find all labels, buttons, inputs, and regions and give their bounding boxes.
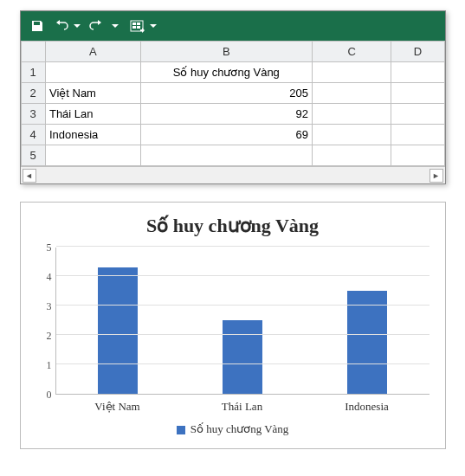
chart-y-axis: 012345 [36, 248, 55, 395]
redo-icon[interactable] [85, 15, 107, 37]
cell[interactable] [391, 104, 444, 125]
excel-window: A B C D 1 Số huy chương Vàng 2 Việt Nam … [20, 10, 446, 184]
cell[interactable]: 205 [140, 83, 312, 104]
cell[interactable]: Việt Nam [45, 83, 140, 104]
legend-label: Số huy chương Vàng [191, 422, 289, 435]
quick-access-toolbar [21, 11, 445, 41]
cell[interactable]: Số huy chương Vàng [140, 62, 312, 83]
chart-y-tick: 0 [47, 389, 52, 402]
table-row: 2 Việt Nam 205 [21, 83, 444, 104]
chart-y-tick: 3 [47, 300, 52, 313]
legend-swatch-icon [177, 426, 185, 434]
cell[interactable] [391, 145, 444, 166]
col-header[interactable]: A [45, 42, 140, 62]
chart-gridline [56, 363, 429, 364]
touch-mode-icon[interactable] [126, 15, 149, 37]
chart-gridline [56, 246, 429, 247]
select-all-corner[interactable] [21, 42, 45, 62]
chart-legend: Số huy chương Vàng [36, 422, 429, 436]
scroll-right-icon[interactable]: ► [429, 169, 443, 183]
column-header-row: A B C D [21, 42, 444, 62]
col-header[interactable]: C [312, 42, 391, 62]
chart-y-tick: 4 [47, 271, 52, 284]
cell[interactable] [312, 104, 391, 125]
undo-icon[interactable] [50, 15, 73, 37]
cell[interactable] [391, 62, 444, 83]
cell[interactable]: Indonesia [45, 125, 140, 145]
col-header[interactable]: D [391, 42, 444, 62]
table-row: 3 Thái Lan 92 [21, 104, 444, 125]
cell[interactable]: 92 [140, 104, 312, 125]
svg-rect-4 [137, 26, 140, 29]
col-header[interactable]: B [140, 42, 312, 62]
chart-x-tick-label: Thái Lan [180, 400, 305, 414]
chart-bars-group [56, 248, 429, 394]
customize-qat-dropdown-icon[interactable] [109, 15, 121, 37]
cell[interactable] [312, 83, 391, 104]
cell[interactable] [312, 145, 391, 166]
cell[interactable] [312, 62, 391, 83]
row-header[interactable]: 5 [21, 145, 45, 166]
row-header[interactable]: 2 [21, 83, 45, 104]
chart-plotarea [55, 248, 429, 395]
chart: Số huy chương Vàng 012345 Việt NamThái L… [20, 202, 446, 449]
chart-x-tick-label: Việt Nam [55, 400, 180, 414]
spreadsheet-grid[interactable]: A B C D 1 Số huy chương Vàng 2 Việt Nam … [21, 41, 445, 166]
horizontal-scrollbar[interactable]: ◄ ► [21, 166, 445, 183]
cell[interactable] [391, 125, 444, 145]
chart-y-tick: 1 [47, 359, 52, 372]
table-row: 1 Số huy chương Vàng [21, 62, 444, 83]
chart-gridline [56, 334, 429, 335]
scroll-track[interactable] [40, 171, 426, 180]
cell[interactable] [391, 83, 444, 104]
cell[interactable] [45, 62, 140, 83]
chart-plot-area: 012345 [36, 248, 429, 395]
row-header[interactable]: 3 [21, 104, 45, 125]
chart-y-tick: 5 [47, 241, 52, 254]
cell[interactable] [312, 125, 391, 145]
svg-rect-2 [137, 23, 140, 25]
qat-more-dropdown-icon[interactable] [147, 15, 159, 37]
row-header[interactable]: 1 [21, 62, 45, 83]
svg-rect-1 [132, 23, 136, 25]
cell[interactable] [140, 145, 312, 166]
chart-title: Số huy chương Vàng [36, 215, 429, 237]
scroll-left-icon[interactable]: ◄ [23, 169, 36, 183]
svg-rect-3 [132, 26, 136, 29]
table-row: 4 Indonesia 69 [21, 125, 444, 145]
chart-bar [98, 267, 138, 394]
chart-gridline [56, 305, 429, 306]
cell[interactable] [45, 145, 140, 166]
chart-bar [347, 291, 387, 394]
row-header[interactable]: 4 [21, 125, 45, 145]
cell[interactable]: Thái Lan [45, 104, 140, 125]
chart-bar [223, 320, 262, 394]
undo-dropdown-icon[interactable] [71, 15, 83, 37]
chart-y-tick: 2 [47, 330, 52, 343]
chart-x-tick-label: Indonesia [305, 400, 429, 414]
chart-x-axis-labels: Việt NamThái LanIndonesia [55, 400, 429, 414]
save-icon[interactable] [26, 15, 48, 37]
cell[interactable]: 69 [140, 125, 312, 145]
table-row: 5 [21, 145, 444, 166]
chart-gridline [56, 275, 429, 276]
